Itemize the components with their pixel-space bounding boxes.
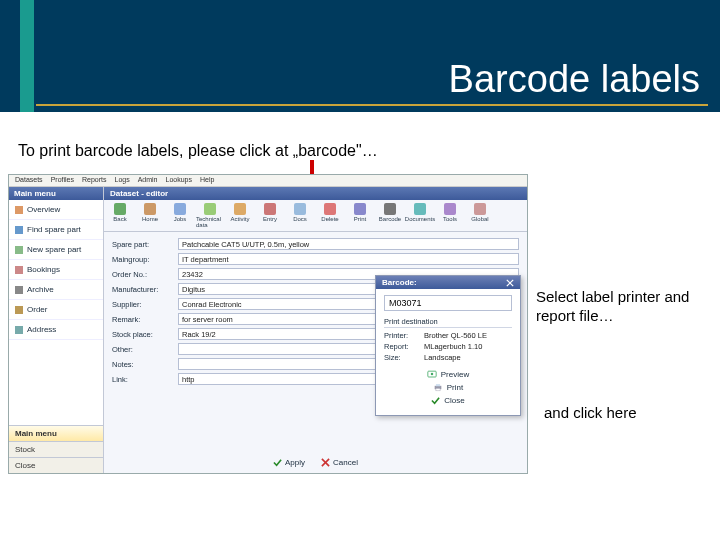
sidebar-item-label: Overview <box>27 205 60 214</box>
toolbar-button-jobs[interactable]: Jobs <box>166 202 194 229</box>
toolbar-button-label: Barcode <box>379 216 401 222</box>
title-underline <box>36 104 708 106</box>
popup-row-label: Report: <box>384 342 424 351</box>
activity-icon <box>234 203 246 215</box>
technical-data-icon <box>204 203 216 215</box>
cancel-button[interactable]: Cancel <box>321 458 358 467</box>
toolbar-button-label: Print <box>354 216 366 222</box>
sidebar: Main menu OverviewFind spare partNew spa… <box>9 187 104 473</box>
sidebar-item-icon <box>15 226 23 234</box>
menubar-item[interactable]: Admin <box>138 176 158 185</box>
popup-row-label: Printer: <box>384 331 424 340</box>
close-label: Close <box>444 396 464 405</box>
toolbar-button-label: Activity <box>230 216 249 222</box>
global-icon <box>474 203 486 215</box>
popup-row-value[interactable]: Landscape <box>424 353 512 362</box>
field-label: Spare part: <box>112 240 178 249</box>
toolbar-button-home[interactable]: Home <box>136 202 164 229</box>
sidebar-item-icon <box>15 246 23 254</box>
sidebar-header: Main menu <box>9 187 103 200</box>
printer-icon <box>433 383 443 392</box>
jobs-icon <box>174 203 186 215</box>
sidebar-bottom-item[interactable]: Close <box>9 457 103 473</box>
toolbar-button-technical-data[interactable]: Technical data <box>196 202 224 229</box>
form-row: Maingroup:IT department <box>112 253 519 265</box>
documents-icon <box>414 203 426 215</box>
print-label: Print <box>447 383 463 392</box>
cancel-label: Cancel <box>333 458 358 467</box>
field-label: Notes: <box>112 360 178 369</box>
field-label: Stock place: <box>112 330 178 339</box>
field-label: Remark: <box>112 315 178 324</box>
close-icon[interactable] <box>505 278 514 287</box>
delete-icon <box>324 203 336 215</box>
preview-icon <box>427 370 437 379</box>
menubar-item[interactable]: Lookups <box>166 176 192 185</box>
svg-rect-8 <box>436 388 440 391</box>
toolbar-button-label: Entry <box>263 216 277 222</box>
toolbar-button-label: Home <box>142 216 158 222</box>
toolbar-button-label: Global <box>471 216 488 222</box>
toolbar-button-documents[interactable]: Documents <box>406 202 434 229</box>
menubar-item[interactable]: Datasets <box>15 176 43 185</box>
instruction-step3: and click here <box>544 404 637 421</box>
toolbar-button-delete[interactable]: Delete <box>316 202 344 229</box>
menubar-item[interactable]: Reports <box>82 176 107 185</box>
menubar-item[interactable]: Help <box>200 176 214 185</box>
toolbar-button-back[interactable]: Back <box>106 202 134 229</box>
toolbar-button-global[interactable]: Global <box>466 202 494 229</box>
sidebar-item-icon <box>15 286 23 294</box>
toolbar-button-label: Jobs <box>174 216 187 222</box>
close-button[interactable]: Close <box>431 396 464 405</box>
popup-row-value[interactable]: MLagerbuch 1.10 <box>424 342 512 351</box>
form-row: Spare part:Patchcable CAT5 U/UTP, 0.5m, … <box>112 238 519 250</box>
instruction-step1: To print barcode labels, please click at… <box>18 142 378 160</box>
toolbar-button-tools[interactable]: Tools <box>436 202 464 229</box>
svg-rect-7 <box>436 384 440 386</box>
sidebar-bottom-item[interactable]: Main menu <box>9 425 103 441</box>
popup-row-label: Size: <box>384 353 424 362</box>
field-label: Maingroup: <box>112 255 178 264</box>
toolbar-button-docs[interactable]: Docs <box>286 202 314 229</box>
field-input[interactable]: IT department <box>178 253 519 265</box>
sidebar-item[interactable]: Bookings <box>9 260 103 280</box>
toolbar-button-label: Docs <box>293 216 307 222</box>
sidebar-item-label: Find spare part <box>27 225 81 234</box>
editor-toolbar: BackHomeJobsTechnical dataActivityEntryD… <box>104 200 527 232</box>
entry-icon <box>264 203 276 215</box>
toolbar-button-print[interactable]: Print <box>346 202 374 229</box>
toolbar-button-activity[interactable]: Activity <box>226 202 254 229</box>
field-label: Order No.: <box>112 270 178 279</box>
sidebar-item-label: New spare part <box>27 245 81 254</box>
tools-icon <box>444 203 456 215</box>
sidebar-item-label: Order <box>27 305 47 314</box>
barcode-icon <box>384 203 396 215</box>
sidebar-item[interactable]: Overview <box>9 200 103 220</box>
sidebar-item-label: Address <box>27 325 56 334</box>
toolbar-button-barcode[interactable]: Barcode <box>376 202 404 229</box>
page-title: Barcode labels <box>449 58 700 101</box>
sidebar-item[interactable]: Address <box>9 320 103 340</box>
preview-button[interactable]: Preview <box>427 370 469 379</box>
toolbar-button-label: Technical data <box>196 216 224 228</box>
toolbar-button-label: Back <box>113 216 126 222</box>
menubar-item[interactable]: Profiles <box>51 176 74 185</box>
back-icon <box>114 203 126 215</box>
popup-row-value[interactable]: Brother QL-560 LE <box>424 331 512 340</box>
sidebar-item[interactable]: Find spare part <box>9 220 103 240</box>
print-button[interactable]: Print <box>433 383 463 392</box>
toolbar-button-entry[interactable]: Entry <box>256 202 284 229</box>
sidebar-item[interactable]: New spare part <box>9 240 103 260</box>
sidebar-item[interactable]: Order <box>9 300 103 320</box>
sidebar-item-label: Bookings <box>27 265 60 274</box>
popup-row: Report:MLagerbuch 1.10 <box>384 342 512 351</box>
barcode-value: M03071 <box>384 295 512 311</box>
apply-button[interactable]: Apply <box>273 458 305 467</box>
popup-section-label: Print destination <box>384 317 512 328</box>
sidebar-bottom-item[interactable]: Stock <box>9 441 103 457</box>
field-input[interactable]: Patchcable CAT5 U/UTP, 0.5m, yellow <box>178 238 519 250</box>
menubar-item[interactable]: Logs <box>114 176 129 185</box>
field-label: Link: <box>112 375 178 384</box>
editor-header: Dataset - editor <box>104 187 527 200</box>
sidebar-item[interactable]: Archive <box>9 280 103 300</box>
